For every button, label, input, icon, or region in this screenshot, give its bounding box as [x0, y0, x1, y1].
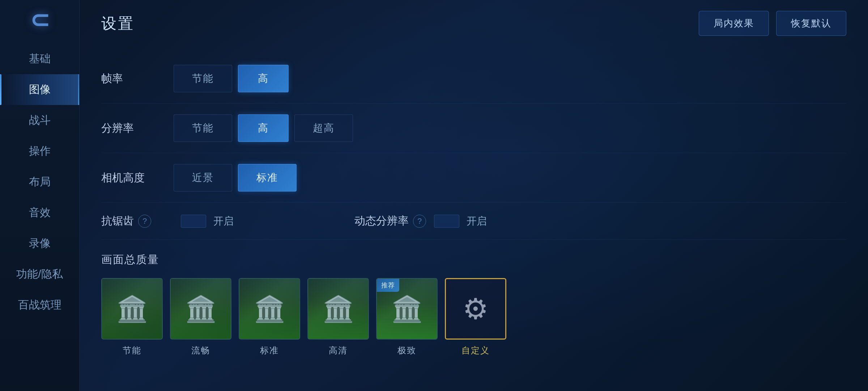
sidebar-item-audio[interactable]: 音效 — [0, 197, 79, 228]
quality-card-smooth[interactable]: 🏛️ 流畅 — [170, 278, 231, 356]
sidebar-item-layout[interactable]: 布局 — [0, 167, 79, 197]
antialias-help-icon[interactable]: ? — [138, 215, 151, 228]
quality-card-hd-img: 🏛️ — [307, 278, 369, 340]
camera-height-label: 相机高度 — [101, 171, 174, 185]
quality-card-hd[interactable]: 🏛️ 高清 — [307, 278, 369, 356]
quality-card-ultra-label: 极致 — [397, 345, 416, 356]
framerate-label: 帧率 — [101, 71, 174, 86]
sidebar-item-control[interactable]: 操作 — [0, 136, 79, 167]
tower-icon-hd: 🏛️ — [323, 294, 354, 324]
framerate-controls: 节能 高 — [174, 65, 846, 92]
framerate-row: 帧率 节能 高 — [101, 54, 846, 104]
tower-icon-eco: 🏛️ — [116, 294, 148, 324]
antialias-toggle-label: 开启 — [213, 214, 234, 228]
page-header: 设置 局内效果 恢复默认 — [101, 11, 846, 36]
camera-standard-btn[interactable]: 标准 — [238, 164, 297, 192]
sidebar-item-recording[interactable]: 录像 — [0, 228, 79, 259]
tower-icon-ultra: 🏛️ — [391, 294, 423, 324]
antialias-sub: 抗锯齿 ? 开启 — [101, 214, 282, 228]
quality-section: 画面总质量 🏛️ 节能 — [101, 240, 846, 356]
camera-close-btn[interactable]: 近景 — [174, 164, 232, 192]
quality-card-ultra[interactable]: 🏛️ 推荐 极致 — [376, 278, 438, 356]
page-title: 设置 — [101, 13, 135, 34]
quality-card-standard[interactable]: 🏛️ 标准 — [239, 278, 300, 356]
resolution-high-btn[interactable]: 高 — [238, 114, 289, 142]
quality-card-smooth-label: 流畅 — [191, 345, 210, 356]
antialias-label: 抗锯齿 ? — [101, 214, 174, 228]
quality-title: 画面总质量 — [101, 252, 846, 267]
dynamic-res-toggle[interactable] — [434, 215, 459, 228]
sidebar-item-graphics[interactable]: 图像 — [0, 74, 79, 105]
main-content: 设置 局内效果 恢复默认 帧率 节能 高 分辨率 节能 高 — [80, 0, 868, 391]
resolution-ultra-btn[interactable]: 超高 — [294, 114, 353, 142]
quality-card-standard-img: 🏛️ — [239, 278, 300, 340]
resolution-eco-btn[interactable]: 节能 — [174, 114, 232, 142]
framerate-eco-btn[interactable]: 节能 — [174, 65, 232, 92]
quality-card-smooth-img: 🏛️ — [170, 278, 231, 340]
dynamic-res-toggle-label: 开启 — [467, 214, 487, 228]
in-game-effects-button[interactable]: 局内效果 — [699, 11, 769, 36]
logo-icon: ⊃ — [30, 8, 50, 31]
quality-card-custom[interactable]: ⚙ 自定义 — [445, 278, 506, 356]
sidebar-item-basic[interactable]: 基础 — [0, 43, 79, 74]
antialias-toggle[interactable] — [181, 215, 206, 228]
sidebar-item-privacy[interactable]: 功能/隐私 — [0, 259, 79, 290]
logo: ⊃ — [25, 7, 54, 33]
header-buttons: 局内效果 恢复默认 — [699, 11, 846, 36]
tower-icon-smooth: 🏛️ — [185, 294, 217, 324]
sidebar: ⊃ 基础 图像 战斗 操作 布局 音效 录像 功能/隐私 百战筑理 — [0, 0, 80, 391]
resolution-label: 分辨率 — [101, 121, 174, 136]
quality-card-eco-img: 🏛️ — [101, 278, 163, 340]
restore-default-button[interactable]: 恢复默认 — [776, 11, 846, 36]
app-layout: ⊃ 基础 图像 战斗 操作 布局 音效 录像 功能/隐私 百战筑理 — [0, 0, 868, 391]
sidebar-item-combat[interactable]: 战斗 — [0, 105, 79, 136]
resolution-row: 分辨率 节能 高 超高 — [101, 104, 846, 153]
dynamic-res-toggle-group: 开启 — [434, 214, 487, 228]
tower-icon-standard: 🏛️ — [254, 294, 285, 324]
resolution-controls: 节能 高 超高 — [174, 114, 846, 142]
recommend-badge: 推荐 — [377, 279, 399, 292]
sidebar-item-more[interactable]: 百战筑理 — [0, 290, 79, 320]
camera-height-row: 相机高度 近景 标准 — [101, 153, 846, 203]
settings-section: 帧率 节能 高 分辨率 节能 高 超高 相机高度 近景 — [101, 54, 846, 240]
quality-cards: 🏛️ 节能 🏛️ 流畅 — [101, 278, 846, 356]
dynamic-res-label: 动态分辨率 ? — [354, 214, 427, 228]
quality-card-eco[interactable]: 🏛️ 节能 — [101, 278, 163, 356]
quality-card-hd-label: 高清 — [329, 345, 348, 356]
framerate-high-btn[interactable]: 高 — [238, 65, 289, 92]
quality-card-custom-label: 自定义 — [461, 345, 490, 356]
dynamic-res-sub: 动态分辨率 ? 开启 — [354, 214, 487, 228]
quality-card-ultra-img: 🏛️ 推荐 — [376, 278, 438, 340]
gear-icon: ⚙ — [463, 292, 489, 326]
quality-card-custom-img: ⚙ — [445, 278, 506, 340]
camera-height-controls: 近景 标准 — [174, 164, 846, 192]
antialias-dynamic-row: 抗锯齿 ? 开启 动态分辨率 ? 开启 — [101, 203, 846, 240]
dynamic-res-help-icon[interactable]: ? — [413, 215, 426, 228]
quality-card-eco-label: 节能 — [123, 345, 141, 356]
quality-card-standard-label: 标准 — [260, 345, 279, 356]
antialias-toggle-group: 开启 — [181, 214, 234, 228]
